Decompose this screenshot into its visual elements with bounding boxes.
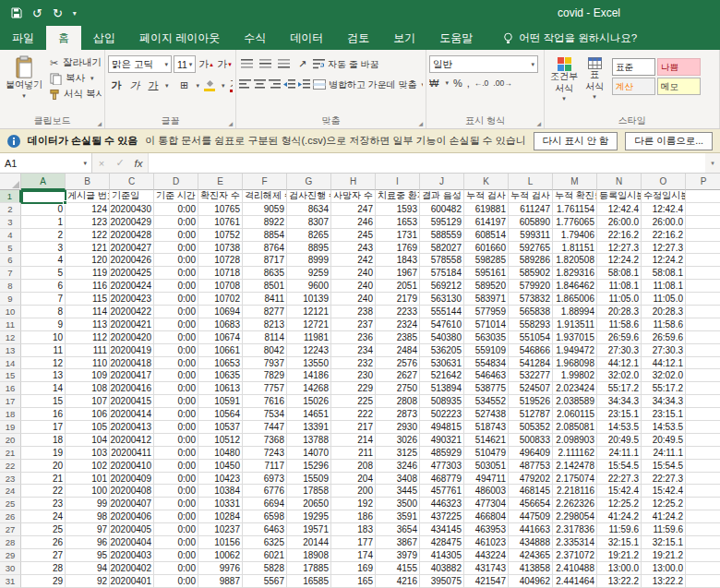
- cell-F18[interactable]: 7534: [243, 408, 287, 421]
- cell-M4[interactable]: 1.79406: [553, 229, 597, 242]
- cell-C9[interactable]: 20200423: [110, 293, 154, 306]
- cell-B15[interactable]: 109: [66, 369, 110, 382]
- cancel-button[interactable]: ×: [92, 153, 111, 173]
- cell-C26[interactable]: 20200406: [110, 510, 154, 523]
- row-header-12[interactable]: 12: [0, 331, 21, 344]
- row-header-31[interactable]: 31: [0, 575, 21, 588]
- cell-G13[interactable]: 12243: [287, 344, 331, 357]
- cell-E23[interactable]: 10423: [198, 473, 243, 486]
- row-header-6[interactable]: 6: [0, 254, 21, 267]
- row-header-26[interactable]: 26: [0, 510, 21, 523]
- cell-O13[interactable]: 27:30.3: [642, 344, 686, 357]
- cell-M9[interactable]: 1.865006: [553, 293, 597, 306]
- cell-N9[interactable]: 11:05.0: [597, 293, 642, 306]
- cell-D21[interactable]: 0:00: [154, 447, 198, 460]
- cell-G16[interactable]: 14268: [287, 382, 331, 395]
- column-header-D[interactable]: D: [154, 174, 198, 190]
- cell-H17[interactable]: 225: [331, 395, 376, 408]
- cell-G9[interactable]: 10139: [287, 293, 331, 306]
- cell-B31[interactable]: 92: [66, 575, 110, 588]
- cell-K18[interactable]: 527438: [464, 408, 509, 421]
- cell-J25[interactable]: 446323: [420, 498, 464, 510]
- paste-button[interactable]: 붙여넣기 ▾: [3, 53, 45, 114]
- cell-O11[interactable]: 11:58.6: [642, 318, 686, 331]
- cell-D30[interactable]: 0:00: [154, 562, 198, 575]
- column-header-A[interactable]: A: [21, 174, 66, 190]
- cell-G14[interactable]: 13550: [287, 357, 331, 370]
- fill-color-button[interactable]: [201, 77, 218, 94]
- cell-K19[interactable]: 518743: [464, 421, 509, 434]
- cell-H5[interactable]: 243: [331, 242, 376, 255]
- column-header-F[interactable]: F: [243, 174, 287, 190]
- cell-D11[interactable]: 0:00: [154, 318, 198, 331]
- cell-P27[interactable]: [686, 523, 720, 536]
- cell-F28[interactable]: 6325: [243, 536, 287, 549]
- cell-H25[interactable]: 192: [331, 498, 376, 510]
- cell-H11[interactable]: 237: [331, 318, 376, 331]
- cell-B6[interactable]: 120: [66, 254, 110, 267]
- cell-B22[interactable]: 102: [66, 460, 110, 473]
- cell-J14[interactable]: 530631: [420, 357, 464, 370]
- cell-J31[interactable]: 395075: [420, 575, 464, 588]
- cell-B28[interactable]: 96: [66, 536, 110, 549]
- cell-B12[interactable]: 112: [66, 331, 110, 344]
- save-button[interactable]: [11, 7, 22, 18]
- row-header-23[interactable]: 23: [0, 473, 21, 486]
- align-right-button[interactable]: [269, 77, 281, 92]
- cell-L14[interactable]: 541284: [509, 357, 553, 370]
- cell-B14[interactable]: 110: [66, 357, 110, 370]
- cell-C4[interactable]: 20200428: [110, 229, 154, 242]
- cell-D16[interactable]: 0:00: [154, 382, 198, 395]
- cell-C18[interactable]: 20200414: [110, 408, 154, 421]
- cell-C7[interactable]: 20200425: [110, 267, 154, 280]
- enter-button[interactable]: ✓: [111, 153, 129, 173]
- cell-N24[interactable]: 15:42.4: [597, 485, 642, 498]
- cell-E8[interactable]: 10708: [198, 280, 243, 293]
- cell-D14[interactable]: 0:00: [154, 357, 198, 370]
- name-box[interactable]: A1 ▾: [0, 153, 92, 173]
- cell-G8[interactable]: 9600: [287, 280, 331, 293]
- cell-A6[interactable]: 4: [21, 254, 66, 267]
- cell-G18[interactable]: 14651: [287, 408, 331, 421]
- cell-F26[interactable]: 6598: [243, 510, 287, 523]
- cell-I13[interactable]: 2484: [376, 344, 420, 357]
- cell-O16[interactable]: 55:17.2: [642, 382, 686, 395]
- cell-L2[interactable]: 611247: [509, 203, 553, 216]
- cell-F1[interactable]: 격리해제 수: [243, 190, 287, 203]
- cell-style-bad[interactable]: 나쁨: [657, 58, 701, 76]
- cell-L25[interactable]: 456654: [509, 498, 553, 510]
- cell-H20[interactable]: 214: [331, 434, 376, 447]
- dropdown-icon[interactable]: ▾: [222, 82, 225, 90]
- cell-D3[interactable]: 0:00: [154, 216, 198, 229]
- cell-J13[interactable]: 536205: [420, 344, 464, 357]
- cell-M18[interactable]: 2.060115: [553, 408, 597, 421]
- cell-D7[interactable]: 0:00: [154, 267, 198, 280]
- cell-P9[interactable]: [686, 293, 720, 306]
- dropdown-icon[interactable]: ▾: [197, 82, 200, 90]
- cell-J5[interactable]: 582027: [420, 242, 464, 255]
- row-header-20[interactable]: 20: [0, 434, 21, 447]
- cell-O2[interactable]: 12:42.4: [642, 203, 686, 216]
- cell-A11[interactable]: 9: [21, 318, 66, 331]
- cell-H3[interactable]: 246: [331, 216, 376, 229]
- cell-E24[interactable]: 10384: [198, 485, 243, 498]
- cell-N16[interactable]: 55:17.2: [597, 382, 642, 395]
- column-header-N[interactable]: N: [597, 174, 642, 190]
- cell-J7[interactable]: 575184: [420, 267, 464, 280]
- formula-input[interactable]: [148, 153, 705, 173]
- cell-G24[interactable]: 17858: [287, 485, 331, 498]
- cell-I16[interactable]: 2750: [376, 382, 420, 395]
- cell-F9[interactable]: 8411: [243, 293, 287, 306]
- cell-I11[interactable]: 2324: [376, 318, 420, 331]
- cell-C25[interactable]: 20200407: [110, 498, 154, 510]
- cell-A10[interactable]: 8: [21, 306, 66, 318]
- cell-L28[interactable]: 434888: [509, 536, 553, 549]
- cell-M1[interactable]: 누적 확진률: [553, 190, 597, 203]
- copy-button[interactable]: 복사 ▾: [49, 72, 102, 85]
- cell-F7[interactable]: 8635: [243, 267, 287, 280]
- cell-O7[interactable]: 58:08.1: [642, 267, 686, 280]
- cell-J24[interactable]: 457761: [420, 485, 464, 498]
- cell-A12[interactable]: 10: [21, 331, 66, 344]
- cell-A23[interactable]: 21: [21, 473, 66, 486]
- cell-M5[interactable]: 1.81151: [553, 242, 597, 255]
